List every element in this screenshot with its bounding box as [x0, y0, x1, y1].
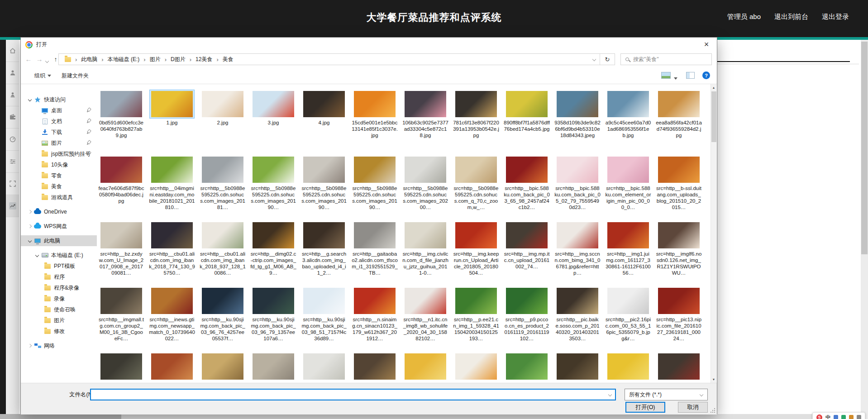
ime-keyboard-icon[interactable]: [834, 415, 838, 419]
file-item[interactable]: src=http__04imgmini.eastday.com_mobile_2…: [148, 155, 196, 210]
thumbnail-view-icon[interactable]: [661, 72, 671, 79]
address-bar[interactable]: ›此电脑›本地磁盘 (E:)›图片›D图片›12美食›美食 ↻: [58, 53, 615, 65]
file-item[interactable]: [503, 352, 550, 383]
file-item[interactable]: src=http__cbu01.alicdn.com_img_ibank_201…: [199, 221, 246, 275]
file-item[interactable]: src=http__img.mp.itc.cn_upload_20161002_…: [503, 221, 550, 275]
tree-item[interactable]: OneDrive: [21, 206, 97, 217]
file-item[interactable]: src=http__bz.zxdyw.com_U_Image_2017_0908…: [98, 221, 145, 275]
search-input[interactable]: 搜索"美食": [620, 53, 712, 65]
file-item[interactable]: [351, 352, 398, 383]
file-item[interactable]: [605, 352, 652, 383]
sidebar-user-button[interactable]: [6, 62, 19, 84]
file-item[interactable]: feac7e606d587f9bc0580f94bad06dec.jpg: [98, 155, 145, 210]
breadcrumb-item[interactable]: 此电脑: [80, 56, 98, 63]
header-link-front[interactable]: 退出到前台: [774, 13, 808, 21]
tree-item[interactable]: 游戏道具: [21, 192, 97, 203]
tree-item[interactable]: 下载: [21, 127, 97, 138]
tree-item[interactable]: 桌面: [21, 105, 97, 116]
file-item[interactable]: src=http__5b0988e595225.cdn.sohucs.com_i…: [300, 155, 348, 210]
file-item[interactable]: [655, 352, 702, 383]
file-item[interactable]: [148, 352, 196, 383]
tree-item[interactable]: 录像: [21, 293, 97, 304]
file-item[interactable]: 4.jpg: [300, 90, 348, 144]
file-item[interactable]: src=http__cbu01.alicdn.com_img_ibank_201…: [148, 221, 196, 275]
filename-dropdown-icon[interactable]: [605, 393, 615, 396]
breadcrumb-item[interactable]: 本地磁盘 (E:): [107, 56, 141, 63]
file-item[interactable]: src=http__ku.90sjimg.com_back_pic_03_96_…: [199, 286, 246, 341]
tree-item[interactable]: 零食: [21, 170, 97, 181]
tree-item[interactable]: 网络: [21, 340, 97, 351]
page-scrollbar[interactable]: [861, 40, 868, 419]
breadcrumb-item[interactable]: 12美食: [195, 56, 213, 63]
sogou-ime-icon[interactable]: S: [816, 414, 822, 419]
ime-mode-label[interactable]: 中: [825, 414, 830, 419]
forward-arrow-icon[interactable]: →: [34, 54, 44, 64]
sidebar-sliders-button[interactable]: [6, 151, 19, 173]
cancel-button[interactable]: 取消: [678, 402, 708, 413]
expand-chevron-icon[interactable]: [27, 97, 33, 102]
tree-item[interactable]: 图片: [21, 138, 97, 148]
header-link-logout[interactable]: 退出登录: [822, 13, 849, 21]
sidebar-dashboard-button[interactable]: [6, 129, 19, 151]
file-item[interactable]: src=http__p.ee21.cn_img_1_59328_41150420…: [453, 286, 500, 341]
sidebar-chart-button[interactable]: [6, 195, 19, 217]
tree-item[interactable]: 美食: [21, 181, 97, 192]
resize-grip[interactable]: [711, 408, 715, 413]
file-item[interactable]: 1.jpg: [148, 90, 196, 144]
file-item[interactable]: src=http__5b0988e595225.cdn.sohucs.com_i…: [351, 155, 398, 210]
expand-chevron-icon[interactable]: [27, 224, 33, 229]
file-item[interactable]: src=http__imglf6.nosdn0.126.net_img_R1Z1…: [655, 221, 702, 275]
file-item[interactable]: [300, 352, 348, 383]
dialog-titlebar[interactable]: 打开 ×: [21, 38, 717, 52]
sidebar-wallet-button[interactable]: [6, 106, 19, 129]
file-item[interactable]: src=http__bpic.588ku.com_back_pic_03_65_…: [503, 155, 550, 210]
expand-chevron-icon[interactable]: [34, 252, 40, 258]
preview-pane-icon[interactable]: [686, 72, 695, 79]
breadcrumb-item[interactable]: 图片: [149, 56, 162, 63]
sidebar-home-button[interactable]: [6, 40, 19, 62]
file-item[interactable]: src=http__pic.baike.soso.com_p_20140320_…: [554, 286, 601, 341]
file-item[interactable]: src=http__dimg02.c-ctrip.com_images_fd_t…: [250, 221, 297, 275]
file-item[interactable]: 106b63c9025e7377ad33304c5e872c18.jpg: [402, 90, 449, 144]
sidebar-members-button[interactable]: [6, 84, 19, 106]
file-item[interactable]: 781c6f13e8067f220391a13953b0542e.jpg: [453, 90, 500, 144]
file-item[interactable]: src=http__g.search3.alicdn.com_img_bao_u…: [300, 221, 348, 275]
ime-settings-icon[interactable]: [857, 415, 861, 419]
tree-item[interactable]: 图片: [21, 315, 97, 326]
expand-chevron-icon[interactable]: [27, 343, 33, 348]
file-item[interactable]: src=http__n1.itc.cn_img8_wb_sohulife_202…: [402, 286, 449, 341]
tree-item[interactable]: jsp医院预约挂号: [21, 148, 97, 159]
tree-item[interactable]: 10头像: [21, 159, 97, 170]
tree-item[interactable]: 程序: [21, 271, 97, 282]
file-item[interactable]: src=http__gaitaobao2.alicdn.com_tfscom_i…: [351, 221, 398, 275]
ime-tray[interactable]: S 中: [812, 412, 865, 419]
back-arrow-icon[interactable]: ←: [24, 54, 33, 64]
file-item[interactable]: [98, 352, 145, 383]
file-item[interactable]: src=http__ku.90sjimg.com_back_pic_03_98_…: [300, 286, 348, 341]
expand-chevron-icon[interactable]: [27, 209, 33, 214]
tree-item[interactable]: WPS网盘: [21, 221, 97, 232]
filename-input[interactable]: [91, 390, 605, 400]
help-icon[interactable]: ?: [702, 71, 710, 79]
file-item[interactable]: src=http__img1.juimg.com_161127_330861-1…: [605, 221, 652, 275]
page-scrollbar-thumb[interactable]: [861, 42, 868, 254]
tree-item[interactable]: 快速访问: [21, 94, 97, 105]
file-item[interactable]: 3.jpg: [250, 90, 297, 144]
refresh-icon[interactable]: ↻: [600, 54, 615, 65]
view-options-caret-icon[interactable]: [674, 75, 677, 81]
file-item[interactable]: 890ff8bf7f1a5876dff76bed174a4cb5.jpg: [503, 90, 550, 144]
file-item[interactable]: [453, 352, 500, 383]
file-item[interactable]: src=http__img.civilcn.com_d_file_jianzhu…: [402, 221, 449, 275]
file-item[interactable]: src=http__p9.pccoo.cn_es_product_2016111…: [503, 286, 550, 341]
sidebar-fullscreen-button[interactable]: [6, 173, 19, 195]
file-item[interactable]: src=http__n.sinaimg.cn_sinacn10123_179_w…: [351, 286, 398, 341]
header-user-link[interactable]: 管理员 abo: [727, 13, 761, 21]
file-item[interactable]: eea8a856fa42cf01ad74f936559284d2.jpg: [655, 90, 702, 144]
ime-skin-icon[interactable]: [849, 415, 854, 419]
file-item[interactable]: src=http__img.sccnn.com_bimg_341_06781.j…: [554, 221, 601, 275]
file-item[interactable]: 2.jpg: [199, 90, 246, 144]
close-icon[interactable]: ×: [699, 38, 714, 51]
file-scrollbar-thumb[interactable]: [711, 91, 716, 142]
scroll-down-icon[interactable]: ▼: [711, 376, 716, 383]
file-item[interactable]: src=http__pic2.16pic.com_00_53_55_16pic_…: [605, 286, 652, 341]
